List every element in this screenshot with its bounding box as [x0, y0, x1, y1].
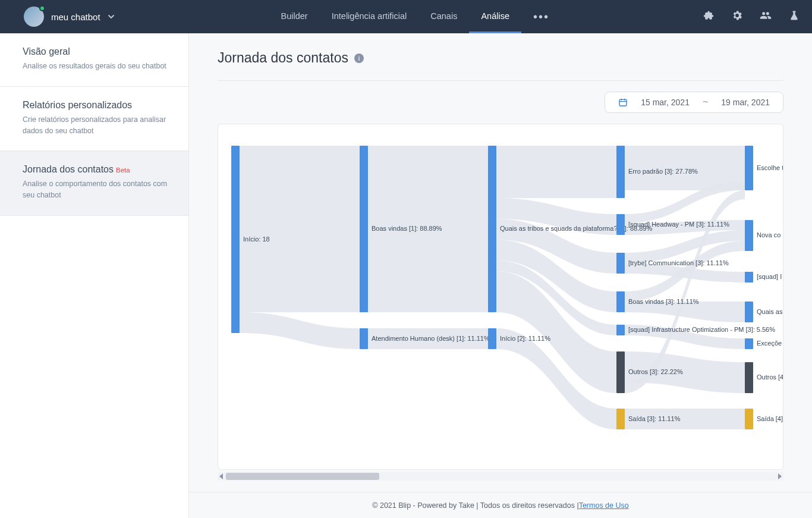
sankey-node[interactable] — [616, 253, 625, 274]
divider — [218, 80, 783, 81]
sidebar-item-title: Jornada dos contatosBeta — [23, 164, 172, 175]
date-range-picker[interactable]: 15 mar, 2021 ~ 19 mar, 2021 — [605, 92, 783, 113]
sidebar: Visão geral Analise os resultados gerais… — [0, 33, 189, 518]
sankey-node[interactable] — [488, 328, 496, 349]
svg-rect-0 — [619, 99, 627, 106]
date-from: 15 mar, 2021 — [641, 98, 690, 107]
sankey-node-label: Outros [3]: 22.22% — [628, 368, 683, 375]
sankey-node[interactable] — [745, 146, 753, 190]
date-separator: ~ — [703, 97, 708, 108]
sankey-node[interactable] — [616, 214, 625, 235]
sankey-node-label: Escolhe t — [757, 164, 783, 171]
sankey-node[interactable] — [616, 325, 625, 335]
sidebar-item-visao-geral[interactable]: Visão geral Analise os resultados gerais… — [0, 33, 188, 87]
sankey-node[interactable] — [488, 146, 496, 312]
sankey-node[interactable] — [360, 146, 368, 312]
chevron-down-icon — [108, 13, 115, 20]
main-nav: Builder Inteligência artificial Canais A… — [269, 0, 561, 33]
sankey-node[interactable] — [745, 220, 753, 251]
nav-analise[interactable]: Análise — [469, 0, 521, 33]
sidebar-item-desc: Analise o comportamento dos contatos com… — [23, 178, 172, 201]
sankey-node-label: Boas vindas [1]: 88.89% — [372, 225, 442, 232]
page-title-row: Jornada dos contatos i — [218, 50, 783, 66]
topbar: meu chatbot Builder Inteligência artific… — [0, 0, 812, 33]
info-icon[interactable]: i — [354, 54, 364, 63]
sankey-node[interactable] — [231, 146, 240, 333]
footer-text: © 2021 Blip - Powered by Take | Todos os… — [372, 501, 578, 510]
sidebar-item-desc: Crie relatórios personalizados para anal… — [23, 114, 172, 137]
sankey-node-label: [squad] I — [757, 273, 782, 280]
sankey-node[interactable] — [745, 338, 753, 349]
sankey-node-label: Saída [3]: 11.11% — [628, 415, 680, 422]
sankey-node-label: [squad] Headway - PM [3]: 11.11% — [628, 221, 729, 228]
sankey-node-label: Boas vindas [3]: 11.11% — [628, 298, 699, 305]
puzzle-icon[interactable] — [703, 10, 715, 24]
gear-icon[interactable] — [731, 10, 743, 24]
sankey-node-label: Erro padrão [3]: 27.78% — [628, 168, 698, 175]
nav-more-icon[interactable]: ••• — [521, 0, 561, 33]
sankey-node[interactable] — [745, 362, 753, 393]
flask-icon[interactable] — [788, 10, 800, 24]
calendar-icon — [618, 98, 628, 107]
team-icon[interactable] — [760, 10, 772, 24]
sankey-node-label: Exceçõe — [757, 340, 782, 347]
sankey-node-label: Outros [4 — [757, 373, 783, 381]
nav-ia[interactable]: Inteligência artificial — [320, 0, 419, 33]
sidebar-item-desc: Analise os resultados gerais do seu chat… — [23, 61, 172, 72]
main: Jornada dos contatos i 15 mar, 2021 ~ 19… — [189, 33, 812, 518]
sankey-node-label: [trybe] Communication [3]: 11.11% — [628, 259, 729, 266]
footer: © 2021 Blip - Powered by Take | Todos os… — [189, 492, 812, 518]
sankey-node-label: Início [2]: 11.11% — [500, 335, 550, 342]
sankey-chart: Início: 18Boas vindas [1]: 88.89%Atendim… — [218, 124, 783, 470]
header-actions — [703, 10, 800, 24]
avatar — [24, 7, 44, 27]
sankey-node[interactable] — [745, 272, 753, 282]
sankey-node[interactable] — [616, 146, 625, 198]
sankey-node-label: Início: 18 — [243, 236, 270, 243]
sankey-node[interactable] — [745, 409, 753, 429]
chatbot-name: meu chatbot — [51, 12, 100, 22]
chart-horizontal-scrollbar[interactable] — [218, 472, 783, 481]
sankey-node[interactable] — [616, 351, 625, 393]
sankey-node-label: Atendimento Humano (desk) [1]: 11.11% — [372, 335, 490, 342]
nav-canais[interactable]: Canais — [418, 0, 469, 33]
sankey-node-label: Quais as — [757, 308, 782, 315]
sankey-node[interactable] — [745, 302, 753, 322]
date-to: 19 mar, 2021 — [721, 98, 770, 107]
sankey-node[interactable] — [360, 328, 368, 349]
page-title: Jornada dos contatos — [218, 50, 348, 66]
sidebar-item-jornada[interactable]: Jornada dos contatosBeta Analise o compo… — [0, 151, 188, 216]
sankey-node-label: Saída [4] — [757, 415, 783, 422]
sankey-node[interactable] — [616, 291, 625, 312]
nav-builder[interactable]: Builder — [269, 0, 320, 33]
sidebar-item-title: Visão geral — [23, 46, 172, 57]
sidebar-item-title: Relatórios personalizados — [23, 100, 172, 111]
footer-terms-link[interactable]: Termos de Uso — [579, 501, 629, 510]
sidebar-item-relatorios[interactable]: Relatórios personalizados Crie relatório… — [0, 87, 188, 152]
sankey-node[interactable] — [616, 409, 625, 429]
sankey-node-label: Nova co — [757, 231, 780, 238]
chatbot-selector[interactable]: meu chatbot — [24, 7, 115, 27]
sankey-node-label: [squad] Infrastructure Optimization - PM… — [628, 326, 775, 333]
